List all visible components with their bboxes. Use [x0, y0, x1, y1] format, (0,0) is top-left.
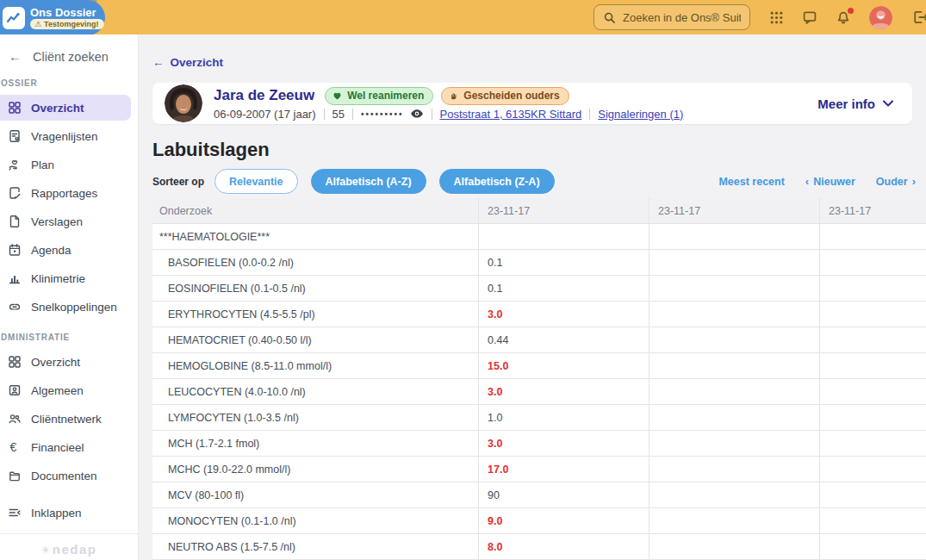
lab-value: 0.44	[478, 327, 649, 352]
notification-dot	[848, 8, 854, 14]
breadcrumb[interactable]: ← Overzicht	[152, 56, 223, 69]
patient-address-link[interactable]: Poststraat 1, 6135KR Sittard	[440, 108, 582, 121]
lab-test-name: BASOFIELEN (0.0-0.2 /nl)	[152, 250, 478, 275]
lab-test-name: MCV (80-100 fl)	[152, 482, 478, 507]
table-row: NEUTRO ABS (1.5-7.5 /nl)8.0	[152, 534, 926, 560]
client-search-label: Cliënt zoeken	[33, 50, 109, 64]
sort-label: Sorteer op	[152, 176, 204, 188]
lab-value	[819, 379, 926, 404]
lab-table-header: Onderzoek23-11-1723-11-1723-11-17	[152, 198, 926, 224]
more-info-button[interactable]: Meer info	[817, 96, 893, 111]
svg-text:€: €	[10, 440, 17, 454]
masked-value: •••••••••	[361, 109, 404, 119]
sidebar-item-financieel[interactable]: €Financieel	[0, 434, 131, 460]
client-search-back[interactable]: ← Cliënt zoeken	[0, 34, 138, 65]
patient-badges: Wel reanimerenGescheiden ouders	[325, 87, 569, 105]
masked-field: •••••••••	[361, 109, 424, 119]
report-edit-icon	[8, 186, 22, 200]
main-content: ← Overzicht Jara de Zeeuw Wel reanimeren…	[139, 34, 926, 560]
lab-test-name: MCH (1.7-2.1 fmol)	[152, 431, 478, 456]
lab-value	[649, 405, 819, 430]
sort-button-relevantie[interactable]: Relevantie	[214, 169, 298, 194]
logout-icon[interactable]	[910, 9, 926, 25]
lab-value: 9.0	[478, 508, 649, 533]
sort-button-alfabetisch-z-a[interactable]: Alfabetisch (Z-A)	[439, 169, 555, 194]
lab-value	[649, 431, 819, 456]
table-row: HEMOGLOBINE (8.5-11.0 mmol/l)15.0	[152, 353, 926, 379]
environment-badge: ⚠Testomgeving!	[30, 19, 104, 29]
column-header: 23-11-17	[478, 198, 649, 223]
sidebar-item-verslagen[interactable]: Verslagen	[0, 208, 131, 234]
sidebar-item-label: Cliëntnetwerk	[31, 413, 102, 426]
people-icon	[8, 412, 22, 426]
older-link[interactable]: Ouder›	[876, 175, 916, 188]
newer-link[interactable]: ‹Nieuwer	[805, 175, 855, 188]
questionnaire-icon	[8, 129, 22, 143]
sidebar-item-documenten[interactable]: Documenten	[0, 463, 131, 488]
app-logo[interactable]: Ons Dossier ⚠Testomgeving!	[0, 0, 105, 34]
lab-value	[819, 250, 926, 275]
notifications-bell-icon[interactable]	[836, 9, 851, 25]
collapse-icon	[8, 506, 22, 520]
divider	[324, 109, 325, 120]
signals-link[interactable]: Signaleringen (1)	[598, 108, 683, 121]
table-row: LEUCOCYTEN (4.0-10.0 /nl)3.0	[152, 379, 926, 405]
lab-value: 90	[478, 482, 649, 507]
most-recent-link[interactable]: Meest recent	[718, 176, 784, 188]
table-row: MCH (1.7-2.1 fmol)3.0	[152, 431, 926, 457]
sidebar-item-klinimetrie[interactable]: Klinimetrie	[0, 265, 131, 291]
lab-value	[649, 379, 819, 404]
hand-icon	[449, 91, 458, 101]
suite-search[interactable]	[594, 4, 750, 30]
lab-value: 3.0	[478, 302, 649, 327]
sidebar-item-vragenlijsten[interactable]: Vragenlijsten	[0, 123, 131, 149]
table-row: LYMFOCYTEN (1.0-3.5 /nl)1.0	[152, 405, 926, 431]
table-row: MCV (80-100 fl)90	[152, 482, 926, 508]
eye-icon[interactable]	[410, 109, 424, 119]
sidebar-item-clientnetwerk[interactable]: Cliëntnetwerk	[0, 406, 131, 432]
lab-value	[649, 250, 819, 275]
person-card-icon	[8, 383, 22, 397]
grid-icon	[8, 101, 22, 115]
sidebar-item-label: Vragenlijsten	[31, 130, 98, 143]
sidebar-item-label: Agenda	[31, 244, 71, 257]
ons-dossier-logo-icon	[3, 7, 25, 29]
lab-value	[819, 457, 926, 482]
sidebar-item-label: Snelkoppelingen	[31, 301, 117, 314]
sidebar-sections: DossierOverzichtVragenlijstenPlanRapport…	[0, 78, 138, 488]
badge-label: Gescheiden ouders	[463, 90, 559, 102]
lab-value	[649, 224, 819, 249]
lab-value: 0.1	[478, 276, 649, 301]
sidebar-item-rapportages[interactable]: Rapportages	[0, 180, 131, 206]
lab-value	[819, 534, 926, 559]
sidebar-item-algemeen[interactable]: Algemeen	[0, 377, 131, 403]
lab-value	[819, 482, 926, 507]
sort-button-alfabetisch-a-z[interactable]: Alfabetisch (A-Z)	[311, 169, 426, 194]
table-row: BASOFIELEN (0.0-0.2 /nl)0.1	[152, 250, 926, 276]
table-row: EOSINOFIELEN (0.1-0.5 /nl)0.1	[152, 276, 926, 302]
column-header: Onderzoek	[152, 198, 478, 223]
sidebar-item-snelkoppelingen[interactable]: Snelkoppelingen	[0, 294, 131, 320]
lab-value: 3.0	[478, 431, 649, 456]
sidebar-item-plan[interactable]: Plan	[0, 152, 131, 177]
lab-value: 1.0	[478, 405, 649, 430]
sidebar-item-label: Plan	[31, 159, 54, 171]
sidebar-item-overzicht[interactable]: Overzicht	[0, 95, 131, 121]
search-icon	[603, 11, 616, 24]
table-row: MONOCYTEN (0.1-1.0 /nl)9.0	[152, 508, 926, 534]
apps-grid-icon[interactable]	[768, 9, 784, 25]
sidebar-item-label: Algemeen	[31, 384, 84, 397]
sidebar-collapse[interactable]: Inklappen	[0, 500, 131, 526]
lab-value	[649, 508, 819, 533]
search-input[interactable]	[623, 11, 741, 24]
sidebar-section-dossier: DossierOverzichtVragenlijstenPlanRapport…	[0, 78, 138, 320]
lab-value	[819, 224, 926, 249]
sidebar-item-overzicht[interactable]: Overzicht	[0, 349, 131, 375]
app-title: Ons Dossier	[30, 7, 104, 18]
sidebar-item-agenda[interactable]: Agenda	[0, 237, 131, 263]
sidebar: ← Cliënt zoeken DossierOverzichtVragenli…	[0, 34, 139, 560]
chat-icon[interactable]	[802, 9, 817, 25]
lab-value	[649, 327, 819, 352]
user-avatar[interactable]	[869, 6, 892, 29]
bar-chart-icon	[8, 271, 22, 285]
